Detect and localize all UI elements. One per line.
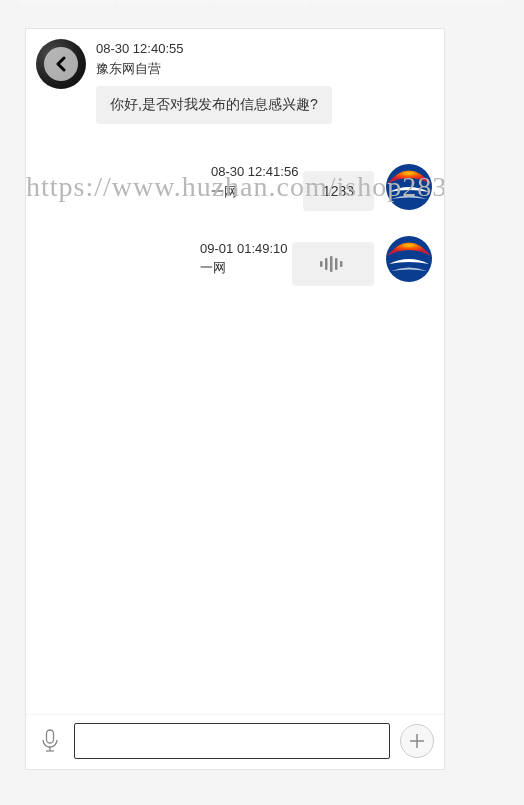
svg-rect-3: [325, 258, 328, 270]
avatar[interactable]: [384, 162, 434, 212]
svg-rect-7: [47, 730, 54, 743]
chat-window: https://www.huzhan.com/ishop28300 08-30 …: [25, 28, 445, 770]
message-body: 08-30 12:40:55 豫东网自营 你好,是否对我发布的信息感兴趣?: [96, 39, 332, 124]
message-timestamp: 08-30 12:41:56: [211, 164, 298, 179]
svg-rect-2: [320, 261, 323, 267]
back-button[interactable]: [44, 47, 78, 81]
message-meta: 08-30 12:40:55 豫东网自营: [96, 39, 332, 78]
window-tab-strip: [0, 0, 524, 8]
message-bubble[interactable]: 1233: [303, 171, 374, 211]
message-meta: 09-01 01:49:10 一网: [200, 239, 287, 278]
avatar[interactable]: [384, 234, 434, 284]
svg-rect-6: [340, 261, 343, 267]
chevron-left-icon: [54, 56, 68, 72]
add-attachment-button[interactable]: [400, 724, 434, 758]
logo-icon: [384, 162, 434, 212]
message-outgoing: 09-01 01:49:10 一网: [36, 234, 434, 286]
message-bubble[interactable]: 你好,是否对我发布的信息感兴趣?: [96, 86, 332, 124]
message-incoming: 08-30 12:40:55 豫东网自营 你好,是否对我发布的信息感兴趣?: [36, 39, 434, 124]
sender-name: 豫东网自营: [96, 59, 332, 79]
message-timestamp: 08-30 12:40:55: [96, 41, 183, 56]
chat-messages-area: https://www.huzhan.com/ishop28300 08-30 …: [26, 29, 444, 714]
svg-rect-4: [330, 256, 333, 272]
message-body: 08-30 12:41:56 一网 1233: [211, 162, 374, 211]
message-body: 09-01 01:49:10 一网: [200, 234, 374, 286]
microphone-icon: [40, 729, 60, 753]
voice-input-button[interactable]: [36, 727, 64, 755]
message-timestamp: 09-01 01:49:10: [200, 241, 287, 256]
sender-name: 一网: [211, 182, 298, 202]
plus-icon: [409, 733, 425, 749]
logo-icon: [384, 234, 434, 284]
message-input[interactable]: [74, 723, 390, 759]
sender-name: 一网: [200, 258, 287, 278]
voice-message-bubble[interactable]: [292, 242, 374, 286]
svg-rect-5: [335, 258, 338, 270]
message-outgoing: 08-30 12:41:56 一网 1233: [36, 162, 434, 212]
waveform-icon: [320, 256, 346, 272]
input-bar: [26, 714, 444, 769]
message-meta: 08-30 12:41:56 一网: [211, 162, 298, 201]
